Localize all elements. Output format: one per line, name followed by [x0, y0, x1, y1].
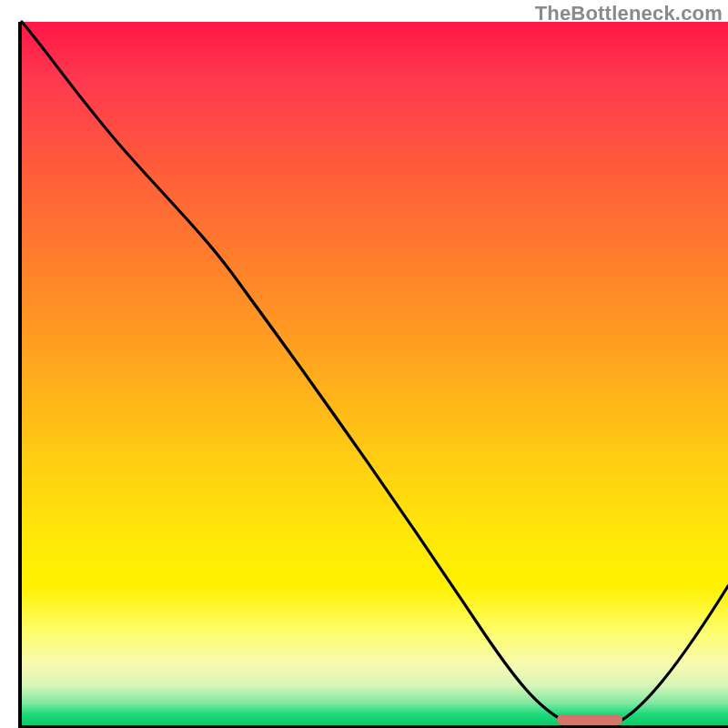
watermark-text: TheBottleneck.com: [535, 2, 723, 25]
bottleneck-curve: [22, 22, 728, 728]
chart-container: TheBottleneck.com: [0, 0, 728, 728]
optimal-range-marker: [557, 714, 622, 725]
curve-path: [22, 22, 728, 724]
y-axis: [18, 22, 22, 728]
